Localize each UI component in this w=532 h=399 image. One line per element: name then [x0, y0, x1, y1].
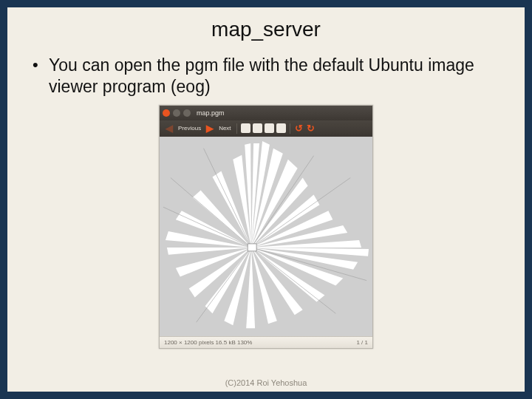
slide: map_server You can open the pgm file wit…: [7, 7, 525, 392]
screenshot-container: map.pgm ◀ Previous ▶ Next ↺ ↻: [30, 105, 502, 349]
svg-rect-9: [248, 243, 256, 250]
toolbar-separator: [290, 123, 290, 134]
toolbar: ◀ Previous ▶ Next ↺ ↻: [160, 120, 372, 137]
zoom-out-icon[interactable]: [253, 123, 262, 133]
window-title: map.pgm: [197, 109, 225, 117]
zoom-in-icon[interactable]: [241, 123, 250, 133]
eog-window: map.pgm ◀ Previous ▶ Next ↺ ↻: [159, 105, 373, 349]
status-left: 1200 × 1200 pixels 16.5 kB 130%: [164, 339, 252, 346]
close-icon[interactable]: [163, 109, 170, 117]
next-icon[interactable]: ▶: [205, 123, 215, 134]
zoom-normal-icon[interactable]: [276, 123, 286, 133]
statusbar: 1200 × 1200 pixels 16.5 kB 130% 1 / 1: [160, 336, 372, 348]
next-label: Next: [217, 125, 232, 132]
status-right: 1 / 1: [356, 339, 368, 346]
toolbar-separator: [236, 123, 237, 134]
bullet-text: You can open the pgm file with the defau…: [30, 55, 502, 98]
previous-icon[interactable]: ◀: [164, 123, 174, 134]
slide-title: map_server: [30, 18, 502, 41]
maximize-icon[interactable]: [183, 109, 191, 117]
zoom-fit-icon[interactable]: [265, 123, 274, 133]
map-image: [160, 137, 372, 336]
rotate-left-icon[interactable]: ↺: [294, 123, 304, 134]
slide-footer: (C)2014 Roi Yehoshua: [7, 378, 525, 387]
previous-label: Previous: [177, 125, 202, 132]
minimize-icon[interactable]: [173, 109, 180, 117]
rotate-right-icon[interactable]: ↻: [306, 123, 316, 134]
window-titlebar: map.pgm: [160, 106, 372, 120]
image-canvas: [160, 137, 372, 336]
